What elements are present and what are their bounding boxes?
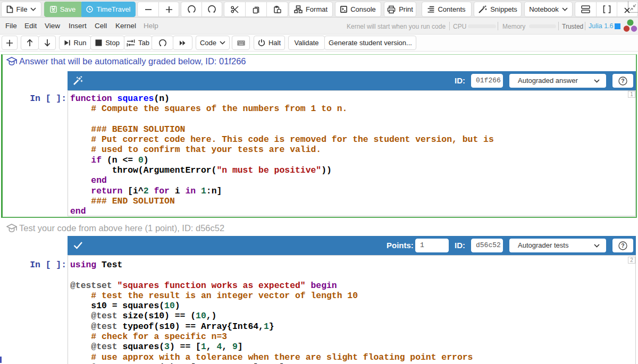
svg-text:?: ? <box>621 242 624 249</box>
svg-text:?: ? <box>621 78 624 84</box>
